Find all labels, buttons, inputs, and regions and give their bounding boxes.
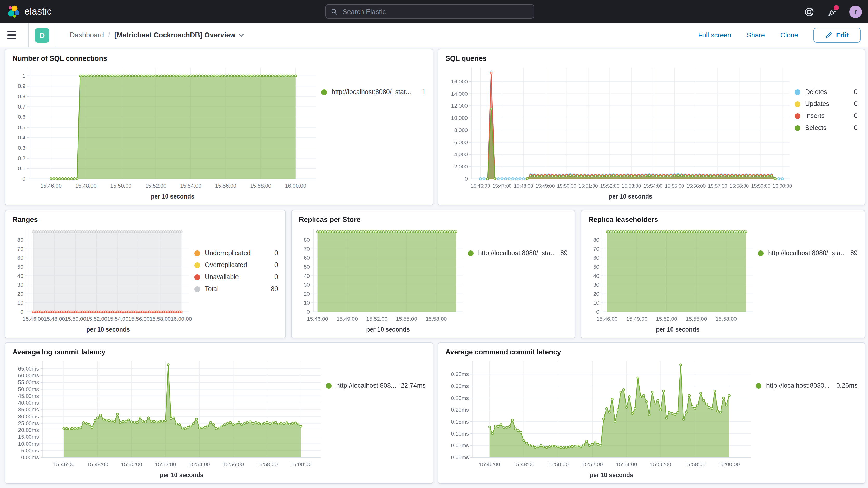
- edit-button[interactable]: Edit: [814, 28, 861, 42]
- legend-row[interactable]: Overreplicated0: [194, 262, 278, 269]
- legend-row[interactable]: http://localhost:8080/_sta...89: [468, 249, 567, 257]
- legend-label: Updates: [805, 100, 849, 108]
- svg-text:15:47:00: 15:47:00: [493, 183, 512, 189]
- panel-title[interactable]: Replicas per Store: [297, 215, 570, 224]
- svg-text:15:46:00: 15:46:00: [479, 461, 500, 467]
- svg-text:10.00ms: 10.00ms: [18, 441, 39, 447]
- svg-text:16:00:00: 16:00:00: [285, 183, 306, 189]
- svg-text:35.00ms: 35.00ms: [18, 406, 39, 413]
- news-button[interactable]: [827, 6, 838, 18]
- svg-text:5.00ms: 5.00ms: [21, 448, 39, 453]
- legend-row[interactable]: http://localhost:8080/_stat...1: [321, 88, 426, 96]
- svg-text:25.00ms: 25.00ms: [18, 420, 39, 426]
- svg-text:0.30ms: 0.30ms: [451, 383, 469, 389]
- chart-sql-queries[interactable]: 02,0004,0006,0008,00010,00012,00014,0001…: [443, 63, 795, 203]
- svg-text:15:58:00: 15:58:00: [256, 461, 278, 467]
- svg-text:15:48:00: 15:48:00: [44, 316, 65, 322]
- chart-sql-connections[interactable]: 00.10.20.30.40.50.60.70.80.9115:46:0015:…: [10, 63, 321, 203]
- global-search[interactable]: [326, 4, 534, 19]
- svg-text:14,000: 14,000: [451, 91, 468, 97]
- svg-text:60: 60: [18, 255, 23, 261]
- nav-bar: D Dashboard / [Metricbeat CockroachDB] O…: [0, 23, 868, 47]
- panel-title[interactable]: Average command commit latency: [443, 347, 860, 357]
- svg-text:10: 10: [593, 300, 599, 306]
- svg-text:60: 60: [304, 255, 310, 261]
- panel-title[interactable]: Ranges: [10, 215, 280, 224]
- legend-row[interactable]: Deletes0: [795, 88, 858, 96]
- svg-text:15:56:00: 15:56:00: [222, 461, 244, 467]
- svg-text:15:48:00: 15:48:00: [87, 461, 108, 467]
- kibana-dashboard-page: elastic: [0, 0, 868, 488]
- legend-row[interactable]: Selects0: [795, 124, 858, 131]
- panel-title[interactable]: Number of SQL connections: [10, 54, 428, 63]
- chart-log-commit-latency[interactable]: 0.00ms5.00ms10.00ms15.00ms20.00ms25.00ms…: [10, 357, 326, 481]
- legend-dot: [795, 113, 800, 119]
- svg-text:15:56:00: 15:56:00: [215, 183, 237, 189]
- svg-text:per 10 seconds: per 10 seconds: [160, 471, 203, 478]
- legend-row[interactable]: Underreplicated0: [194, 249, 278, 257]
- legend-dot: [194, 274, 200, 280]
- chevron-down-icon: [239, 32, 244, 38]
- svg-text:4,000: 4,000: [454, 151, 468, 157]
- legend-value: 0: [274, 249, 278, 257]
- svg-text:15:48:00: 15:48:00: [514, 183, 533, 189]
- svg-text:6,000: 6,000: [454, 139, 468, 145]
- svg-text:15:54:00: 15:54:00: [643, 183, 662, 189]
- legend-dot: [795, 101, 800, 107]
- chart-replicas-per-store[interactable]: 0102030405060708015:46:0015:49:0015:52:0…: [297, 224, 468, 336]
- legend: http://localhost:8080/_sta...89: [758, 224, 860, 336]
- user-avatar[interactable]: r: [849, 5, 862, 18]
- svg-text:0: 0: [596, 309, 599, 315]
- svg-text:15:58:00: 15:58:00: [715, 316, 737, 322]
- dashboard-badge[interactable]: D: [35, 28, 50, 42]
- legend: http://localhost:808...22.74ms: [326, 357, 428, 481]
- clone-button[interactable]: Clone: [780, 31, 798, 39]
- menu-button[interactable]: [7, 28, 22, 42]
- legend-value: 0: [854, 88, 858, 96]
- svg-text:15:50:00: 15:50:00: [65, 316, 86, 322]
- svg-text:15:51:00: 15:51:00: [579, 183, 598, 189]
- share-button[interactable]: Share: [747, 31, 765, 39]
- legend-row[interactable]: Total89: [194, 285, 278, 293]
- svg-text:0: 0: [465, 176, 468, 182]
- legend-row[interactable]: Updates0: [795, 100, 858, 108]
- legend-row[interactable]: http://localhost:8080...0.26ms: [756, 382, 858, 389]
- header-actions: r: [804, 0, 862, 23]
- legend-label: http://localhost:8080/_sta...: [768, 249, 845, 257]
- legend-row[interactable]: http://localhost:808...22.74ms: [326, 382, 426, 389]
- svg-text:12,000: 12,000: [451, 103, 468, 109]
- legend-value: 89: [271, 285, 278, 293]
- help-button[interactable]: [804, 6, 815, 18]
- panel-title[interactable]: SQL queries: [443, 54, 860, 63]
- legend-value: 0: [854, 100, 858, 108]
- page-title[interactable]: [Metricbeat CockroachDB] Overview: [114, 31, 245, 39]
- legend: Underreplicated0Overreplicated0Unavailab…: [194, 224, 280, 336]
- chart-command-commit-latency[interactable]: 0.00ms0.05ms0.10ms0.15ms0.20ms0.25ms0.30…: [443, 357, 756, 481]
- panel-title[interactable]: Replica leaseholders: [586, 215, 860, 224]
- legend-value: 89: [560, 249, 567, 257]
- legend-row[interactable]: Unavailable0: [194, 273, 278, 281]
- legend-label: Deletes: [805, 88, 849, 96]
- full-screen-button[interactable]: Full screen: [698, 31, 731, 39]
- chart-replica-leaseholders[interactable]: 0102030405060708015:46:0015:49:0015:52:0…: [586, 224, 758, 336]
- notification-dot: [833, 4, 840, 11]
- panel-title[interactable]: Average log commit latency: [10, 347, 428, 357]
- svg-text:15:54:00: 15:54:00: [189, 461, 210, 467]
- svg-text:15:58:00: 15:58:00: [426, 316, 447, 322]
- legend: http://localhost:8080...0.26ms: [756, 357, 860, 481]
- legend-value: 0: [854, 124, 858, 131]
- divider: [28, 23, 29, 47]
- chart-ranges[interactable]: 0102030405060708015:46:0015:48:0015:50:0…: [10, 224, 194, 336]
- legend-value: 0.26ms: [836, 382, 858, 389]
- breadcrumb: Dashboard / [Metricbeat CockroachDB] Ove…: [70, 31, 244, 39]
- svg-text:0.25ms: 0.25ms: [451, 395, 469, 401]
- svg-text:60.00ms: 60.00ms: [18, 372, 39, 378]
- breadcrumb-dashboard[interactable]: Dashboard: [70, 31, 104, 39]
- svg-text:2,000: 2,000: [454, 163, 468, 170]
- legend-row[interactable]: Inserts0: [795, 112, 858, 120]
- legend-row[interactable]: http://localhost:8080/_sta...89: [758, 249, 858, 257]
- search-input[interactable]: [341, 7, 529, 16]
- panel-command-commit-latency: Average command commit latency 0.00ms0.0…: [438, 342, 865, 484]
- elastic-logo[interactable]: elastic: [7, 5, 52, 18]
- svg-text:80: 80: [593, 237, 599, 243]
